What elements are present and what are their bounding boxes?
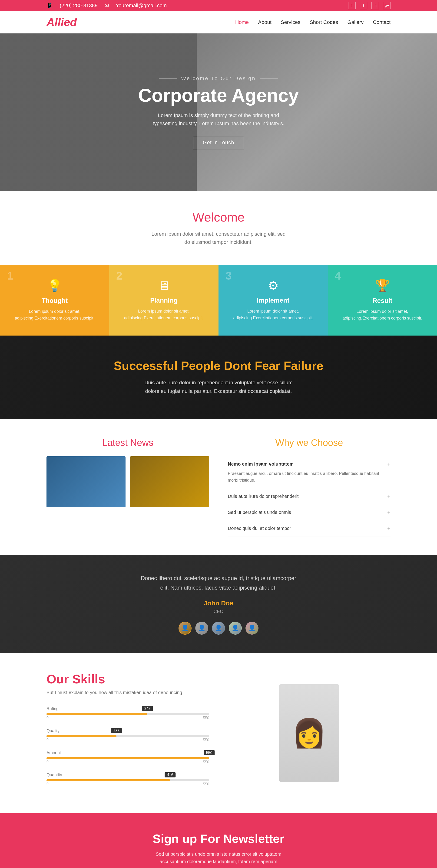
social-google[interactable]: g+ (383, 2, 390, 9)
skill-label-amount: Amount (47, 750, 209, 755)
accordion-item-3: Sed ut perspiciatis unde omnis + (228, 504, 390, 520)
feature-name-thought: Thought (9, 297, 100, 304)
feature-icon-thought: 💡 (9, 279, 100, 293)
feature-name-planning: Planning (119, 297, 209, 304)
skills-section: Our Skills But I must explain to you how… (0, 653, 437, 813)
top-bar-left: 📱 (220) 280-31389 ✉ Youremail@gmail.com (47, 3, 167, 8)
skill-label-rating: Rating (47, 706, 209, 711)
feature-number-3: 3 (226, 269, 232, 282)
accordion-label-3: Sed ut perspiciatis unde omnis (228, 510, 291, 515)
skill-value-quality: 235 (111, 728, 122, 733)
skill-bar-bg-amount: 550 (47, 757, 209, 759)
feature-number-2: 2 (116, 269, 122, 282)
newsletter-description: Sed ut perspiciatis unde omnis iste natu… (149, 850, 288, 865)
hero-cta-button[interactable]: Get in Touch (193, 136, 244, 149)
skill-value-amount: 550 (204, 750, 215, 755)
news-images (47, 456, 209, 507)
accordion-plus-3: + (387, 509, 390, 516)
accordion-header-1[interactable]: Nemo enim ipsam voluptatem + (228, 461, 390, 467)
skill-label-quantity: Quantity (47, 773, 209, 777)
accordion-header-4[interactable]: Donec quis dui at dolor tempor + (228, 525, 390, 531)
avatar-5[interactable]: 👤 (245, 622, 259, 634)
logo[interactable]: Allied (47, 16, 77, 29)
top-bar: 📱 (220) 280-31389 ✉ Youremail@gmail.com … (0, 0, 437, 11)
nav-item-services[interactable]: Services (281, 19, 300, 25)
phone-number: (220) 280-31389 (60, 3, 98, 8)
accordion-plus-1: + (387, 461, 390, 467)
nav-item-home[interactable]: Home (235, 19, 249, 25)
skill-range-amount: 0550 (47, 760, 209, 764)
social-facebook[interactable]: f (348, 2, 356, 9)
skills-title: Our Skills (47, 672, 209, 686)
skill-bar-quantity[interactable]: 416 (47, 779, 170, 781)
accordion-item-1: Nemo enim ipsam voluptatem + Praesent au… (228, 456, 390, 489)
feature-icon-implement: ⚙ (228, 279, 318, 292)
accordion-plus-4: + (387, 525, 390, 531)
nav-item-about[interactable]: About (258, 19, 271, 25)
social-linkedin[interactable]: in (372, 2, 379, 9)
avatar-1[interactable]: 👤 (178, 622, 192, 634)
feature-text-planning: Lorem ipsum dolor sit amet, adipiscing.E… (119, 308, 209, 321)
nav-item-contact[interactable]: Contact (373, 19, 390, 25)
feature-number-1: 1 (7, 269, 13, 282)
hero-section: Welcome To Our Design Corporate Agency L… (0, 33, 437, 191)
newsletter-section: Sign up For Newsletter Sed ut perspiciat… (0, 813, 437, 868)
skill-bar-rating[interactable]: 343 (47, 713, 147, 715)
skill-bar-quality[interactable]: 235 (47, 735, 116, 737)
quote-text: Duis aute irure dolor in reprehenderit i… (137, 378, 300, 396)
accordion-item-4: Donec quis dui at dolor tempor + (228, 520, 390, 536)
feature-text-implement: Lorem ipsum dolor sit amet, adipiscing.E… (228, 308, 318, 321)
accordion-label-1: Nemo enim ipsam voluptatem (228, 461, 294, 467)
feature-icon-result: 🏆 (337, 279, 428, 293)
feature-text-thought: Lorem ipsum dolor sit amet, adipiscing.E… (9, 308, 100, 321)
accordion-header-3[interactable]: Sed ut perspiciatis unde omnis + (228, 509, 390, 516)
welcome-title: Welcome (47, 210, 390, 224)
top-bar-right: f t in g+ (348, 2, 390, 9)
skill-bar-amount[interactable]: 550 (47, 757, 209, 759)
feature-icon-planning: 🖥 (119, 279, 209, 292)
testimonial-author: John Doe (47, 599, 390, 607)
skill-quality: Quality 235 0550 (47, 728, 209, 742)
phone-icon: 📱 (47, 3, 53, 8)
nav-item-shortcodes[interactable]: Short Codes (310, 19, 338, 25)
accordion-body-1: Praesent augue arcu, ornare ut tincidunt… (228, 470, 390, 484)
accordion-header-2[interactable]: Duis aute irure dolor reprehenderit + (228, 493, 390, 499)
news-image-2 (130, 456, 209, 507)
skill-range-quantity: 0550 (47, 782, 209, 786)
accordion-plus-2: + (387, 493, 390, 499)
feature-card-thought: 1 💡 Thought Lorem ipsum dolor sit amet, … (0, 265, 109, 336)
skill-value-quantity: 416 (165, 772, 176, 777)
skills-content: Our Skills But I must explain to you how… (47, 672, 209, 795)
testimonial-avatars: 👤 👤 👤 👤 👤 (47, 622, 390, 634)
skill-bar-bg-quality: 235 (47, 735, 209, 737)
choose-section: Why we Choose Nemo enim ipsam voluptatem… (228, 437, 390, 537)
feature-card-result: 4 🏆 Result Lorem ipsum dolor sit amet, a… (328, 265, 437, 336)
features-grid: 1 💡 Thought Lorem ipsum dolor sit amet, … (0, 265, 437, 336)
feature-name-implement: Implement (228, 297, 318, 304)
quote-title: Successful People Dont Fear Failure (47, 359, 390, 373)
social-twitter[interactable]: t (360, 2, 367, 9)
feature-number-4: 4 (335, 269, 341, 282)
news-choose-section: Latest News Why we Choose Nemo enim ipsa… (0, 419, 437, 555)
skill-bar-bg-quantity: 416 (47, 779, 209, 781)
avatar-3[interactable]: 👤 (212, 622, 225, 634)
skill-range-rating: 0550 (47, 716, 209, 720)
feature-card-implement: 3 ⚙ Implement Lorem ipsum dolor sit amet… (218, 265, 328, 336)
skills-image: 👩 (228, 684, 390, 782)
skill-rating: Rating 343 0550 (47, 706, 209, 720)
accordion-label-4: Donec quis dui at dolor tempor (228, 526, 291, 531)
news-title: Latest News (47, 437, 209, 448)
avatar-2[interactable]: 👤 (195, 622, 208, 634)
quote-banner: Successful People Dont Fear Failure Duis… (0, 336, 437, 419)
feature-name-result: Result (337, 297, 428, 304)
nav: Home About Services Short Codes Gallery … (235, 19, 390, 25)
email-icon: ✉ (105, 3, 109, 8)
skill-range-quality: 0550 (47, 738, 209, 742)
feature-card-planning: 2 🖥 Planning Lorem ipsum dolor sit amet,… (109, 265, 218, 336)
skill-label-quality: Quality (47, 728, 209, 733)
skills-person-image: 👩 (279, 684, 339, 782)
nav-item-gallery[interactable]: Gallery (347, 19, 363, 25)
hero-content: Welcome To Our Design Corporate Agency L… (138, 75, 299, 149)
news-section: Latest News (47, 437, 209, 537)
avatar-4[interactable]: 👤 (229, 622, 242, 634)
